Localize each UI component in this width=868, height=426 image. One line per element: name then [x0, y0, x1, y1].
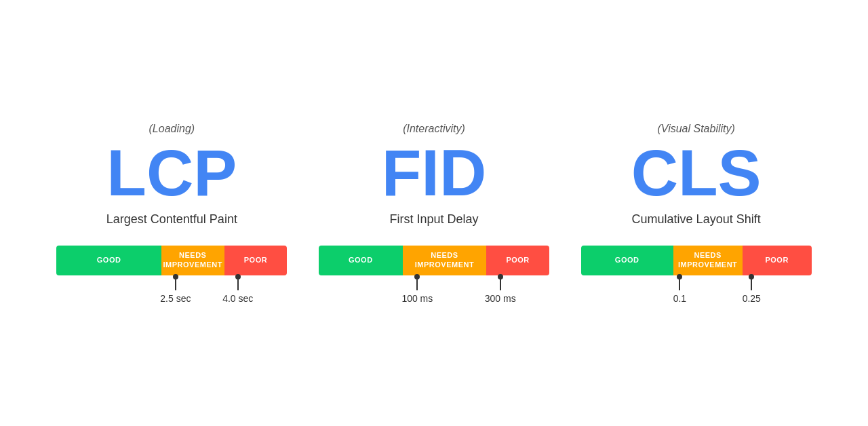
fid-bar-segment-poor: POOR — [486, 246, 549, 275]
cls-acronym: CLS — [631, 140, 762, 206]
lcp-subtitle: (Loading) — [149, 123, 195, 135]
threshold-value: 2.5 sec — [160, 293, 191, 304]
fid-bar-segment-good: GOOD — [319, 246, 403, 275]
lcp-threshold: 4.0 sec — [222, 277, 253, 304]
cls-bar: GOODNEEDS IMPROVEMENTPOOR — [581, 246, 812, 275]
lcp-bar-segment-good: GOOD — [56, 246, 161, 275]
cls-bar-segment-good: GOOD — [581, 246, 673, 275]
threshold-line — [500, 279, 501, 290]
threshold-value: 4.0 sec — [222, 293, 253, 304]
fid-name: First Input Delay — [389, 212, 478, 227]
fid-threshold: 100 ms — [401, 277, 433, 304]
cls-threshold: 0.1 — [673, 277, 686, 304]
metric-card-fid: (Interactivity)FIDFirst Input DelayGOODN… — [319, 123, 549, 304]
cls-bar-segment-poor: POOR — [743, 246, 812, 275]
lcp-name: Largest Contentful Paint — [106, 212, 237, 227]
lcp-thresholds: 2.5 sec4.0 sec — [56, 277, 287, 304]
threshold-value: 0.25 — [743, 293, 761, 304]
fid-subtitle: (Interactivity) — [403, 123, 465, 135]
fid-bar: GOODNEEDS IMPROVEMENTPOOR — [319, 246, 549, 275]
lcp-bar: GOODNEEDS IMPROVEMENTPOOR — [56, 246, 287, 275]
cls-threshold: 0.25 — [743, 277, 761, 304]
lcp-acronym: LCP — [106, 140, 237, 206]
threshold-value: 0.1 — [673, 293, 686, 304]
threshold-dot — [677, 274, 682, 279]
fid-bar-container: GOODNEEDS IMPROVEMENTPOOR100 ms300 ms — [319, 246, 549, 304]
threshold-dot — [235, 274, 241, 279]
threshold-line — [175, 279, 176, 290]
lcp-bar-container: GOODNEEDS IMPROVEMENTPOOR2.5 sec4.0 sec — [56, 246, 287, 304]
cls-bar-container: GOODNEEDS IMPROVEMENTPOOR0.10.25 — [581, 246, 812, 304]
lcp-threshold: 2.5 sec — [160, 277, 191, 304]
cls-thresholds: 0.10.25 — [581, 277, 812, 304]
threshold-line — [416, 279, 418, 290]
threshold-line — [237, 279, 239, 290]
fid-acronym: FID — [382, 140, 487, 206]
threshold-dot — [498, 274, 503, 279]
threshold-dot — [414, 274, 420, 279]
threshold-dot — [749, 274, 754, 279]
fid-thresholds: 100 ms300 ms — [319, 277, 549, 304]
main-container: (Loading)LCPLargest Contentful PaintGOOD… — [0, 123, 868, 304]
fid-threshold: 300 ms — [485, 277, 516, 304]
cls-name: Cumulative Layout Shift — [632, 212, 761, 227]
threshold-line — [679, 279, 680, 290]
threshold-line — [751, 279, 752, 290]
metric-card-lcp: (Loading)LCPLargest Contentful PaintGOOD… — [56, 123, 287, 304]
cls-subtitle: (Visual Stability) — [657, 123, 734, 135]
threshold-value: 300 ms — [485, 293, 516, 304]
lcp-bar-segment-poor: POOR — [224, 246, 288, 275]
threshold-dot — [173, 274, 178, 279]
threshold-value: 100 ms — [401, 293, 433, 304]
fid-bar-segment-needs: NEEDS IMPROVEMENT — [403, 246, 487, 275]
cls-bar-segment-needs: NEEDS IMPROVEMENT — [673, 246, 743, 275]
metric-card-cls: (Visual Stability)CLSCumulative Layout S… — [581, 123, 812, 304]
lcp-bar-segment-needs: NEEDS IMPROVEMENT — [161, 246, 224, 275]
